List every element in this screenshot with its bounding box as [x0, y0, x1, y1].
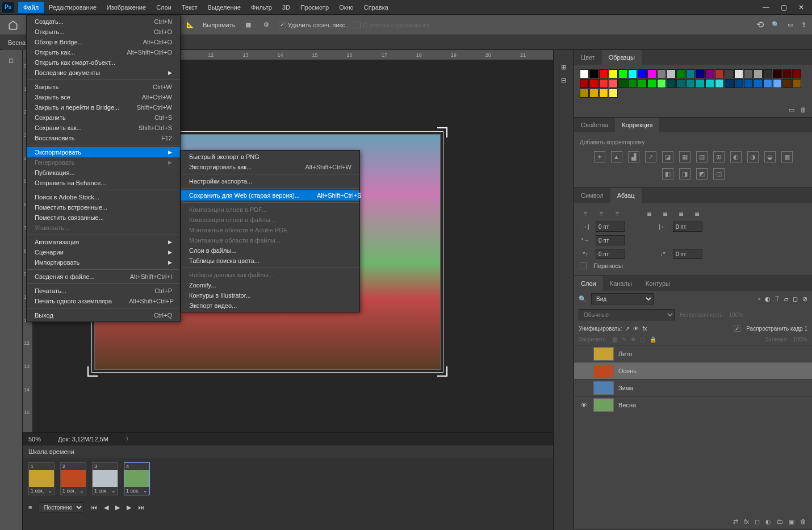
swatch[interactable]	[725, 79, 734, 88]
swatch[interactable]	[599, 69, 608, 78]
tool-placeholder[interactable]: ◻	[2, 53, 20, 67]
maximize-icon[interactable]: ▢	[781, 3, 787, 11]
swatch[interactable]	[696, 79, 705, 88]
menu-item[interactable]: Создать...Ctrl+N	[27, 16, 180, 27]
swatch[interactable]	[628, 69, 637, 78]
swatch[interactable]	[609, 69, 618, 78]
swatch[interactable]	[792, 69, 801, 78]
play-icon[interactable]: ▶	[115, 504, 120, 511]
tab-properties[interactable]: Свойства	[574, 118, 615, 132]
timeline-frame[interactable]: 11 сек.⌄	[28, 462, 55, 495]
menu-item[interactable]: Отправить на Behance...	[27, 178, 180, 188]
adjustment-icon[interactable]: ◩	[696, 168, 708, 180]
menu-item[interactable]: Быстрый экспорт в PNG	[181, 152, 359, 162]
layer-filter-select[interactable]: Вид	[591, 293, 654, 304]
layer-name[interactable]: Осень	[618, 368, 637, 374]
adjustment-icon[interactable]: ▲	[611, 151, 622, 162]
visibility-icon[interactable]: 👁	[579, 400, 589, 410]
group-icon[interactable]: 🗀	[777, 518, 783, 525]
crop-handle-tr[interactable]	[437, 127, 447, 137]
new-layer-icon[interactable]: ▣	[789, 518, 794, 525]
swatch[interactable]	[782, 69, 792, 78]
prev-frame-icon[interactable]: ◀	[104, 504, 108, 511]
layer-name[interactable]: Зима	[618, 385, 633, 391]
swatch[interactable]	[705, 69, 714, 78]
swatch[interactable]	[638, 69, 647, 78]
filter-pixel-icon[interactable]: ▫	[758, 295, 760, 302]
swatch[interactable]	[773, 79, 782, 88]
layer-row[interactable]: Лето	[574, 345, 812, 362]
menu-item[interactable]: Таблицы поиска цвета...	[181, 256, 359, 266]
menu-item[interactable]: Экспортировать как...Alt+Shift+Ctrl+W	[181, 162, 359, 172]
menu-Фильтр[interactable]: Фильтр	[246, 2, 277, 13]
menu-item[interactable]: Публикация...	[27, 168, 180, 178]
tab-swatches[interactable]: Образцы	[602, 50, 642, 65]
menu-item[interactable]: Настройки экспорта...	[181, 176, 359, 186]
filter-shape-icon[interactable]: ▱	[784, 295, 788, 303]
menu-item[interactable]: Поиск в Adobe Stock...	[27, 192, 180, 202]
menu-item[interactable]: Обзор в Bridge...Alt+Ctrl+O	[27, 37, 180, 47]
swatch[interactable]	[589, 89, 598, 98]
opacity-value[interactable]: 100%	[729, 312, 744, 318]
swatch[interactable]	[618, 69, 627, 78]
swatch[interactable]	[647, 69, 656, 78]
filter-icon[interactable]: 🔍	[579, 295, 587, 303]
swatch[interactable]	[580, 69, 589, 78]
swatch[interactable]	[657, 79, 666, 88]
align-center-icon[interactable]: ≡	[596, 209, 607, 218]
unify-style-icon[interactable]: fx	[642, 325, 647, 332]
timeline-frame[interactable]: 31 сек.⌄	[92, 462, 118, 495]
adjustment-icon[interactable]: ◐	[730, 151, 742, 162]
swatch[interactable]	[705, 79, 714, 88]
swatch[interactable]	[763, 79, 772, 88]
menu-item[interactable]: Импортировать▶	[27, 257, 180, 268]
close-icon[interactable]: ✕	[798, 3, 804, 11]
link-layers-icon[interactable]: ⇄	[733, 518, 738, 525]
layer-row[interactable]: Осень	[574, 362, 812, 379]
swatch[interactable]	[734, 69, 743, 78]
menu-item[interactable]: Слои в файлы...	[181, 245, 359, 256]
blend-mode-select[interactable]: Обычные	[579, 309, 675, 320]
first-line-field[interactable]	[596, 235, 625, 245]
swatch[interactable]	[628, 79, 637, 88]
swatch[interactable]	[792, 79, 801, 88]
menu-item[interactable]: Поместить связанные...	[27, 212, 180, 223]
adjustment-icon[interactable]: ◪	[662, 151, 673, 162]
adjustment-icon[interactable]: ◧	[662, 168, 673, 180]
menu-item[interactable]: ВосстановитьF12	[27, 133, 180, 143]
swatch[interactable]	[763, 69, 772, 78]
menu-item[interactable]: Zoomify...	[181, 280, 359, 290]
menu-item[interactable]: Экспорт видео...	[181, 301, 359, 311]
swatch[interactable]	[667, 79, 676, 88]
crop-handle-bl[interactable]	[87, 366, 98, 377]
adjustment-icon[interactable]: ▩	[781, 151, 793, 162]
align-left-icon[interactable]: ≡	[580, 209, 591, 218]
layer-row[interactable]: 👁Весна	[574, 396, 812, 413]
menu-item[interactable]: Поместить встроенные...	[27, 202, 180, 212]
swatch[interactable]	[734, 79, 743, 88]
swatch[interactable]	[618, 79, 627, 88]
swatch[interactable]	[609, 79, 618, 88]
search-icon[interactable]: 🔍	[772, 21, 780, 28]
layer-row[interactable]: Зима	[574, 379, 812, 396]
swatch[interactable]	[657, 69, 666, 78]
loop-select[interactable]: Постоянно	[39, 502, 84, 512]
adjustment-icon[interactable]: ⊞	[713, 151, 725, 162]
menu-item[interactable]: СохранитьCtrl+S	[27, 112, 180, 123]
adjustment-icon[interactable]: ▟	[628, 151, 639, 162]
adjustment-icon[interactable]: ◒	[764, 151, 776, 162]
adjustment-icon[interactable]: ◨	[679, 168, 690, 180]
tab-paragraph[interactable]: Абзац	[610, 188, 642, 203]
unify-position-icon[interactable]: ↗	[625, 325, 630, 332]
swatch[interactable]	[589, 79, 598, 88]
zoom-level[interactable]: 50%	[28, 436, 41, 443]
menu-item[interactable]: Сохранить для Web (старая версия)...Alt+…	[181, 190, 359, 201]
menu-item[interactable]: Открыть...Ctrl+O	[27, 27, 180, 37]
filter-type-icon[interactable]: T	[775, 295, 779, 302]
swatch[interactable]	[589, 69, 598, 78]
swatch[interactable]	[744, 79, 753, 88]
timeline-frame[interactable]: 41 сек.⌄	[124, 462, 150, 495]
swatch[interactable]	[773, 69, 782, 78]
adjustment-icon[interactable]: ▦	[679, 151, 690, 162]
swatch[interactable]	[686, 69, 695, 78]
